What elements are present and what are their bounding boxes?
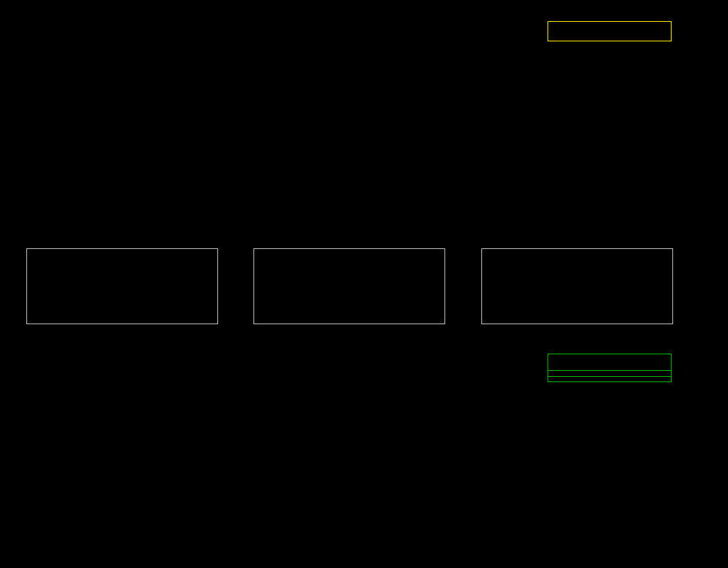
aip-tec-rows	[548, 376, 671, 381]
aip-rows	[548, 371, 671, 376]
aip-output-panel	[548, 354, 672, 382]
thumbnail-evidence-f2-trace	[481, 248, 673, 324]
main-ionogram-plot	[25, 20, 541, 220]
autoscala-app-screen	[0, 0, 728, 568]
profile-ionogram-plot	[25, 354, 541, 554]
thumbnail-eliminate-reflections	[253, 248, 445, 324]
thumbnail-original-ionogram	[26, 248, 218, 324]
autoscala-output-panel	[548, 21, 672, 41]
aip-panel-title	[548, 354, 671, 371]
autoscala-panel-title	[548, 22, 671, 41]
